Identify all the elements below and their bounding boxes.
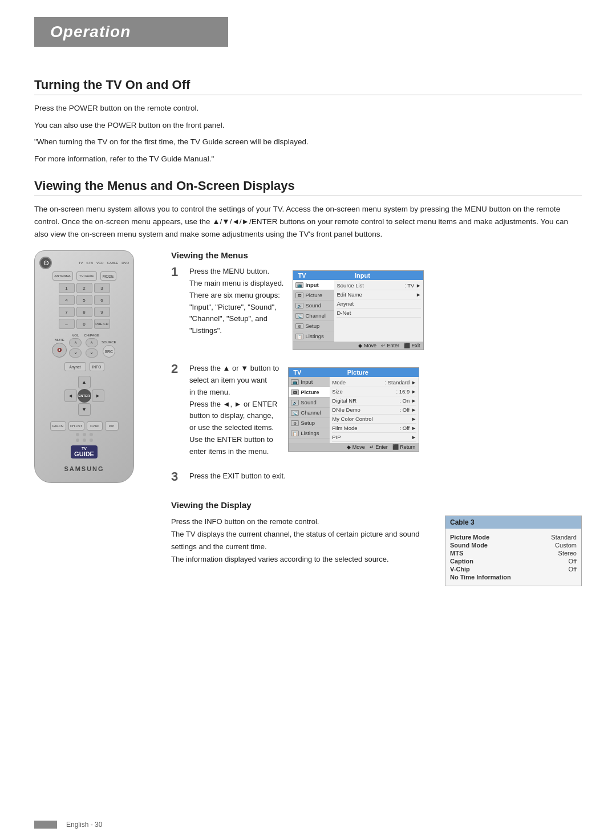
- menu-picture-footer: ◆ Move ↵ Enter ⬛ Return: [289, 443, 419, 451]
- favcn-button[interactable]: FAV.CN: [50, 421, 66, 431]
- step-3-number: 3: [171, 469, 183, 484]
- dots-row2: [76, 439, 93, 442]
- nav2-picture-label: Picture: [301, 389, 319, 395]
- nav2-picture[interactable]: 🖼 Picture: [289, 387, 330, 397]
- display-row-mts: MTS Stereo: [450, 549, 577, 557]
- info-button[interactable]: INFO: [90, 362, 104, 371]
- step-3-text: Press the EXIT button to exit.: [189, 470, 582, 482]
- nav2-channel-label: Channel: [301, 409, 321, 416]
- prech-button[interactable]: PRE.CH: [94, 319, 110, 329]
- step-2-content: Press the ▲ or ▼ button to select an ite…: [189, 363, 582, 457]
- enter-button[interactable]: ENTER: [78, 389, 91, 403]
- caption-value: Off: [569, 558, 577, 565]
- viewing-display-two-col: Press the INFO button on the remote cont…: [171, 516, 582, 586]
- footer-enter: ↵ Enter: [381, 343, 399, 348]
- nav2-channel[interactable]: 📡 Channel: [289, 408, 330, 418]
- step-1: 1 Press the MENU button. The main menu i…: [171, 266, 582, 350]
- input2-nav-icon: 📺: [291, 379, 299, 385]
- source-button[interactable]: SRC: [103, 345, 115, 358]
- nav-setup[interactable]: ⚙ Setup: [293, 321, 334, 331]
- dot1: [76, 433, 79, 436]
- viewing-display-title: Viewing the Display: [171, 500, 582, 510]
- sound-mode-label: Sound Mode: [450, 542, 488, 549]
- dpad-up-button[interactable]: ▲: [78, 376, 91, 388]
- ch-down-button[interactable]: ∨: [86, 348, 98, 358]
- pip-button[interactable]: P/P: [105, 421, 119, 431]
- num-1-button[interactable]: 1: [59, 283, 75, 293]
- nav-picture[interactable]: 🖼 Picture: [293, 290, 334, 301]
- dpad-down-button[interactable]: ▼: [78, 403, 91, 416]
- mute-button[interactable]: 🔇: [52, 343, 67, 358]
- dnet-label: D-Net: [337, 310, 351, 316]
- step-3-content: Press the EXIT button to exit.: [189, 470, 582, 482]
- display-box-header: Cable 3: [445, 516, 581, 529]
- dot6: [90, 439, 93, 442]
- mts-value: Stereo: [558, 550, 577, 557]
- vchip-value: Off: [569, 566, 577, 573]
- nav2-setup-label: Setup: [301, 420, 315, 426]
- pic-row-mode: Mode : Standard ►: [332, 378, 416, 387]
- nav2-listings[interactable]: 📋 Listings: [289, 428, 330, 439]
- channel-nav-icon: 📡: [295, 313, 303, 319]
- step-3: 3 Press the EXIT button to exit.: [171, 470, 582, 484]
- editname-value: ►: [416, 291, 421, 298]
- size-value: : 16:9 ►: [396, 388, 416, 395]
- num-8-button[interactable]: 8: [76, 307, 92, 317]
- chlist-button[interactable]: CH.LIST: [68, 421, 84, 431]
- pip-value: ►: [411, 434, 416, 440]
- remote-source-labels: TV STB VCR CABLE DVD: [79, 261, 129, 265]
- step-1-number: 1: [171, 265, 183, 279]
- dpad-right-button[interactable]: ►: [92, 389, 104, 402]
- num-dash-button[interactable]: –: [59, 319, 75, 329]
- editname-label: Edit Name: [337, 291, 362, 298]
- display-row-sound-mode: Sound Mode Custom: [450, 541, 577, 549]
- nav2-sound[interactable]: 🔊 Sound: [289, 397, 330, 408]
- nav2-sound-label: Sound: [301, 399, 316, 405]
- nav-input[interactable]: 📺 Input: [293, 280, 334, 290]
- num-9-button[interactable]: 9: [94, 307, 110, 317]
- num-4-button[interactable]: 4: [59, 295, 75, 305]
- pic-footer-enter: ↵ Enter: [370, 444, 388, 450]
- dnet-button[interactable]: D-Net: [87, 421, 103, 431]
- pic-row-mycolor: My Color Control ►: [332, 415, 416, 424]
- vol-up-button[interactable]: ∧: [69, 338, 82, 347]
- right-content: Viewing the Menus 1 Press the MENU butto…: [171, 250, 582, 586]
- num-6-button[interactable]: 6: [94, 295, 110, 305]
- listings2-nav-icon: 📋: [291, 431, 299, 436]
- dpad-left-button[interactable]: ◄: [64, 389, 77, 402]
- power-button[interactable]: ⏻: [39, 257, 52, 269]
- nav2-setup[interactable]: ⚙ Setup: [289, 418, 330, 428]
- dnr-value: : On ►: [399, 397, 416, 404]
- dot2: [83, 433, 86, 436]
- nav-channel[interactable]: 📡 Channel: [293, 311, 334, 321]
- nav-sound-label: Sound: [305, 302, 321, 309]
- menu-row-sourcelist: Source List : TV ►: [337, 281, 421, 290]
- main-content: Turning the TV On and Off Press the POWE…: [0, 47, 616, 603]
- vol-down-button[interactable]: ∨: [69, 348, 82, 358]
- nav2-input[interactable]: 📺 Input: [289, 377, 330, 387]
- ch-up-button[interactable]: ∧: [86, 338, 98, 347]
- notime-label: No Time Information: [450, 574, 511, 581]
- num-2-button[interactable]: 2: [76, 283, 92, 293]
- num-7-button[interactable]: 7: [59, 307, 75, 317]
- num-5-button[interactable]: 5: [76, 295, 92, 305]
- anynet-button[interactable]: Anynet: [64, 362, 86, 371]
- nav-sound[interactable]: 🔊 Sound: [293, 301, 334, 311]
- nav-listings[interactable]: 📋 Listings: [293, 331, 334, 342]
- mts-label: MTS: [450, 550, 463, 557]
- step-1-with-box: Press the MENU button. The main menu is …: [189, 266, 582, 350]
- sound-mode-value: Custom: [555, 542, 577, 549]
- num-3-button[interactable]: 3: [94, 283, 110, 293]
- label-vcr: VCR: [96, 261, 104, 265]
- tv-guide-button[interactable]: TV Guide: [76, 271, 97, 281]
- antenna-button[interactable]: ANTENNA: [52, 271, 73, 281]
- num-0-button[interactable]: 0: [76, 319, 92, 329]
- sourcelist-value: : TV ►: [404, 282, 421, 289]
- dnr-label: Digital NR: [332, 397, 356, 404]
- nav-listings-label: Listings: [305, 333, 323, 339]
- mode-button[interactable]: MODE: [100, 271, 116, 281]
- mycolor-label: My Color Control: [332, 416, 372, 422]
- nav2-input-label: Input: [301, 379, 313, 385]
- setup-nav-icon: ⚙: [295, 323, 303, 329]
- remote-top-row: ⏻ TV STB VCR CABLE DVD: [39, 257, 129, 269]
